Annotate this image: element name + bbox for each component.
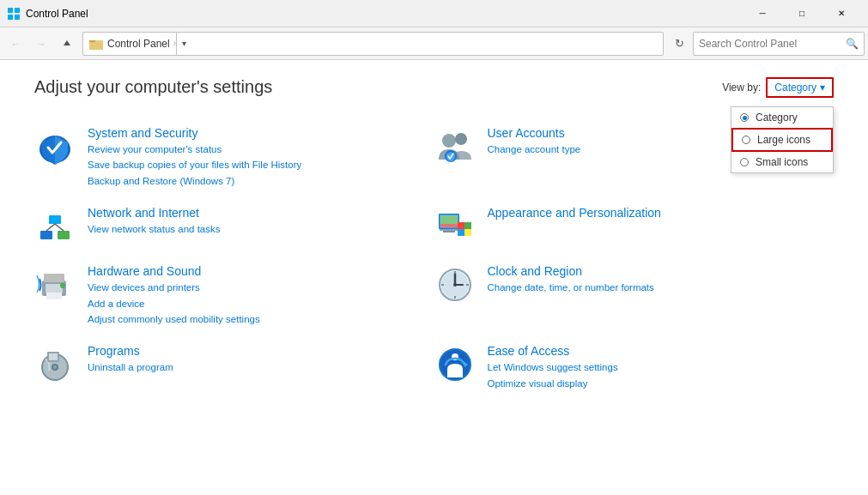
svg-rect-24 [458,229,464,236]
dropdown-label-small-icons: Small icons [756,156,808,168]
dropdown-item-small-icons[interactable]: Small icons [731,152,833,172]
icon-programs [34,344,76,385]
view-by-arrow-icon: ▾ [820,81,825,94]
svg-rect-23 [464,222,471,229]
window-controls: ─ □ ✕ [743,0,861,27]
svg-rect-1 [15,8,20,13]
svg-rect-2 [8,15,13,20]
svg-point-9 [455,133,467,145]
cat-link-review-status[interactable]: Review your computer's status [88,142,434,157]
minimize-button[interactable]: ─ [743,0,782,27]
icon-network-internet [34,206,76,247]
search-icon[interactable]: 🔍 [846,38,859,50]
svg-rect-28 [44,274,64,282]
icon-appearance [434,206,476,247]
titlebar: Control Panel ─ □ ✕ [0,0,868,27]
svg-rect-6 [89,40,95,42]
main-content: Adjust your computer's settings View by:… [0,60,868,417]
svg-rect-11 [40,231,52,239]
cat-content-programs: Programs Uninstall a program [88,344,434,375]
view-by-dropdown-menu: Category Large icons Small icons [731,106,834,173]
radio-category [740,113,749,122]
cat-content-ease: Ease of Access Let Windows suggest setti… [488,344,835,391]
cat-content-clock: Clock and Region Change date, time, or n… [488,264,835,295]
cat-link-mobility[interactable]: Adjust commonly used mobility settings [88,311,434,327]
icon-clock-region [434,264,476,305]
up-button[interactable] [55,32,79,56]
address-dropdown-btn[interactable]: ▾ [176,32,191,56]
view-by-value: Category [774,81,816,94]
icon-system-security [34,126,76,167]
dropdown-item-category[interactable]: Category [731,107,833,128]
icon-hardware-sound [34,264,76,305]
svg-rect-3 [15,15,20,20]
svg-rect-12 [58,231,70,239]
cat-title-ease[interactable]: Ease of Access [488,344,835,358]
svg-rect-20 [440,229,458,231]
view-by-bar: View by: Category ▾ [722,77,834,98]
back-button[interactable]: ← [3,32,27,56]
cat-content-system-security: System and Security Review your computer… [88,126,434,189]
search-box[interactable]: 🔍 [693,32,865,56]
cat-title-programs[interactable]: Programs [88,344,434,358]
svg-rect-18 [440,215,458,224]
page-heading: Adjust your computer's settings [34,77,834,97]
category-programs: Programs Uninstall a program [34,335,434,400]
cat-link-add-device[interactable]: Add a device [88,296,434,311]
maximize-button[interactable]: □ [782,0,822,27]
cat-content-network: Network and Internet View network status… [88,206,434,237]
cat-link-uninstall[interactable]: Uninstall a program [88,359,434,375]
cat-title-clock[interactable]: Clock and Region [488,264,835,278]
close-button[interactable]: ✕ [822,0,861,27]
dropdown-item-large-icons[interactable]: Large icons [731,128,833,152]
radio-large-icons [742,136,750,144]
category-appearance: Appearance and Personalization [434,197,835,256]
refresh-button[interactable]: ↻ [667,32,691,56]
svg-rect-19 [440,224,458,227]
svg-line-15 [55,224,64,231]
cat-link-network-status[interactable]: View network status and tasks [88,221,434,237]
svg-rect-0 [8,8,13,13]
category-network-internet: Network and Internet View network status… [34,197,434,256]
svg-rect-46 [49,353,58,360]
svg-point-8 [442,134,456,148]
svg-rect-21 [443,231,455,232]
category-ease-of-access: Ease of Access Let Windows suggest setti… [434,335,835,400]
address-bar-input[interactable]: Control Panel › ▾ [82,32,664,56]
icon-ease-of-access [434,344,476,385]
cat-link-visual-display[interactable]: Optimize visual display [488,376,835,391]
svg-rect-13 [49,215,61,224]
cat-link-devices-printers[interactable]: View devices and printers [88,280,434,295]
cat-link-file-history[interactable]: Save backup copies of your files with Fi… [88,157,434,172]
cat-title-system-security[interactable]: System and Security [88,126,434,140]
cat-title-hardware[interactable]: Hardware and Sound [88,264,434,278]
cat-content-appearance: Appearance and Personalization [488,206,835,221]
svg-rect-27 [46,284,63,293]
svg-point-30 [60,283,65,288]
view-by-dropdown-button[interactable]: Category ▾ [766,77,834,98]
view-by-label: View by: [722,81,761,94]
category-clock-region: Clock and Region Change date, time, or n… [434,256,835,335]
address-folder-icon [88,36,104,51]
svg-rect-5 [89,41,103,50]
dropdown-label-category: Category [756,112,798,124]
cat-title-appearance[interactable]: Appearance and Personalization [488,206,835,220]
cat-link-date-time[interactable]: Change date, time, or number formats [488,280,835,295]
search-input[interactable] [699,38,842,50]
cat-link-backup-restore[interactable]: Backup and Restore (Windows 7) [88,173,434,189]
forward-button[interactable]: → [29,32,53,56]
svg-point-36 [453,283,457,287]
svg-rect-22 [458,222,464,229]
addressbar: ← → Control Panel › ▾ ↻ 🔍 [0,27,868,60]
icon-user-accounts [434,126,476,167]
address-root: Control Panel [107,38,170,50]
cat-link-suggest-settings[interactable]: Let Windows suggest settings [488,359,835,375]
cat-content-hardware: Hardware and Sound View devices and prin… [88,264,434,327]
dropdown-label-large-icons: Large icons [757,134,810,146]
radio-small-icons [740,158,749,166]
cat-title-network[interactable]: Network and Internet [88,206,434,220]
category-system-security: System and Security Review your computer… [34,118,434,197]
svg-line-14 [46,224,55,231]
categories-grid: System and Security Review your computer… [34,118,834,400]
address-path: Control Panel › [107,38,176,50]
